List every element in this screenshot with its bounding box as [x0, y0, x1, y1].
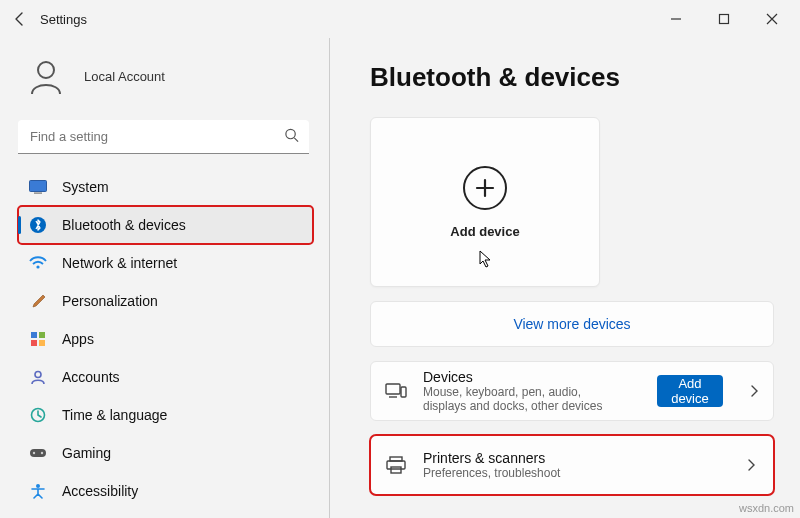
svg-rect-20 — [401, 387, 406, 397]
gaming-icon — [28, 443, 48, 463]
svg-rect-1 — [720, 15, 729, 24]
bluetooth-icon — [28, 215, 48, 235]
watermark: wsxdn.com — [739, 502, 794, 514]
paintbrush-icon — [28, 291, 48, 311]
row-subtitle: Preferences, troubleshoot — [423, 466, 560, 480]
sidebar-item-label: Personalization — [62, 293, 158, 309]
svg-point-2 — [38, 62, 54, 78]
chevron-right-icon — [749, 383, 759, 399]
accounts-icon — [28, 367, 48, 387]
view-more-label: View more devices — [513, 316, 630, 332]
svg-rect-19 — [386, 384, 400, 394]
settings-window: Settings Local Account — [0, 0, 800, 518]
minimize-button[interactable] — [656, 5, 696, 33]
system-icon — [28, 177, 48, 197]
svg-point-8 — [36, 265, 39, 268]
svg-point-13 — [35, 372, 41, 378]
sidebar-item-label: Gaming — [62, 445, 111, 461]
add-device-label: Add device — [450, 224, 519, 239]
svg-rect-5 — [30, 181, 47, 192]
svg-line-4 — [294, 138, 298, 142]
svg-rect-9 — [31, 332, 37, 338]
setting-row-printers-scanners[interactable]: Printers & scanners Preferences, trouble… — [370, 435, 774, 495]
sidebar-item-label: Accessibility — [62, 483, 138, 499]
svg-rect-24 — [391, 467, 401, 473]
svg-rect-12 — [39, 340, 45, 346]
chevron-right-icon — [743, 457, 759, 473]
window-title: Settings — [40, 12, 87, 27]
sidebar-item-label: System — [62, 179, 109, 195]
search-input[interactable] — [18, 120, 309, 154]
sidebar-item-time-language[interactable]: Time & language — [18, 396, 313, 434]
plus-icon — [463, 166, 507, 210]
svg-point-3 — [286, 129, 295, 138]
apps-icon — [28, 329, 48, 349]
sidebar-item-accounts[interactable]: Accounts — [18, 358, 313, 396]
view-more-devices-button[interactable]: View more devices — [370, 301, 774, 347]
svg-rect-15 — [30, 449, 46, 457]
clock-icon — [28, 405, 48, 425]
sidebar-item-label: Apps — [62, 331, 94, 347]
devices-icon — [385, 380, 407, 402]
search-icon — [284, 128, 299, 147]
sidebar-item-system[interactable]: System — [18, 168, 313, 206]
account-section[interactable]: Local Account — [18, 44, 313, 120]
sidebar-item-bluetooth-devices[interactable]: Bluetooth & devices — [18, 206, 313, 244]
account-name: Local Account — [84, 69, 165, 84]
main-content: Bluetooth & devices Add device View more… — [330, 38, 800, 518]
active-indicator — [18, 216, 21, 234]
page-title: Bluetooth & devices — [370, 62, 774, 93]
svg-rect-11 — [31, 340, 37, 346]
back-button[interactable] — [8, 7, 32, 31]
sidebar-item-gaming[interactable]: Gaming — [18, 434, 313, 472]
search-box[interactable] — [18, 120, 309, 154]
sidebar-item-accessibility[interactable]: Accessibility — [18, 472, 313, 510]
sidebar-item-label: Accounts — [62, 369, 120, 385]
svg-rect-10 — [39, 332, 45, 338]
setting-row-devices[interactable]: Devices Mouse, keyboard, pen, audio, dis… — [370, 361, 774, 421]
svg-point-18 — [36, 484, 40, 488]
sidebar-item-label: Bluetooth & devices — [62, 217, 186, 233]
sidebar-item-privacy-security[interactable]: Privacy & security — [18, 510, 313, 518]
sidebar-item-apps[interactable]: Apps — [18, 320, 313, 358]
svg-rect-23 — [387, 461, 405, 469]
sidebar-item-personalization[interactable]: Personalization — [18, 282, 313, 320]
row-subtitle: Mouse, keyboard, pen, audio, displays an… — [423, 385, 625, 413]
svg-point-17 — [41, 452, 43, 454]
add-device-card[interactable]: Add device — [370, 117, 600, 287]
avatar-icon — [24, 54, 68, 98]
accessibility-icon — [28, 481, 48, 501]
row-title: Printers & scanners — [423, 450, 560, 466]
cursor-icon — [479, 250, 493, 272]
wifi-icon — [28, 253, 48, 273]
sidebar-item-label: Network & internet — [62, 255, 177, 271]
sidebar: Local Account System — [0, 38, 330, 518]
add-device-button[interactable]: Add device — [657, 375, 723, 407]
printer-icon — [385, 454, 407, 476]
maximize-button[interactable] — [704, 5, 744, 33]
sidebar-item-label: Time & language — [62, 407, 167, 423]
svg-rect-6 — [34, 193, 42, 194]
row-title: Devices — [423, 369, 625, 385]
titlebar: Settings — [0, 0, 800, 38]
nav: System Bluetooth & devices Network & int… — [18, 168, 313, 518]
svg-point-16 — [33, 452, 35, 454]
sidebar-item-network[interactable]: Network & internet — [18, 244, 313, 282]
close-button[interactable] — [752, 5, 792, 33]
